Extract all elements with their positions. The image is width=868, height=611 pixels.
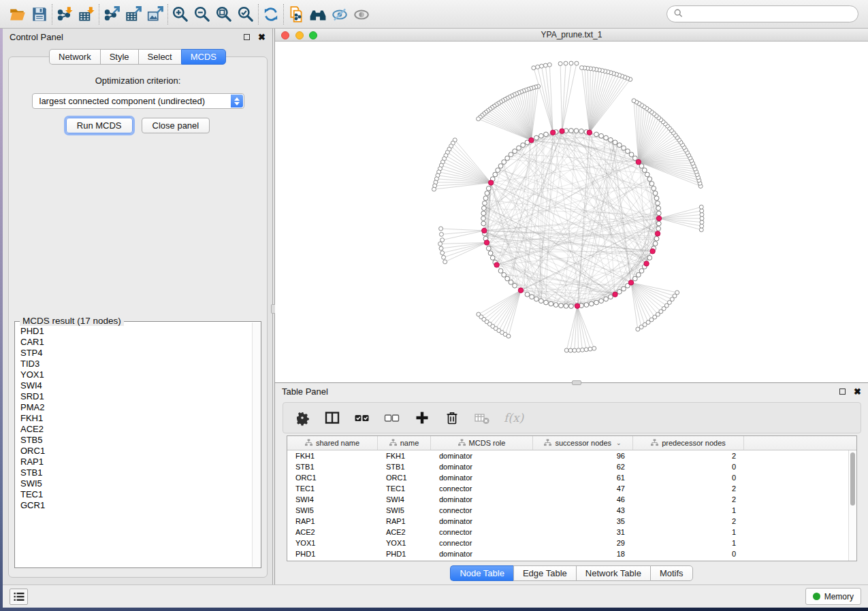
network-node[interactable] xyxy=(656,206,661,211)
column-header-shared-name[interactable]: shared name xyxy=(287,436,378,450)
zoom-fit-icon[interactable] xyxy=(213,3,235,25)
mcds-result-item[interactable]: RAP1 xyxy=(16,457,251,467)
table-row[interactable]: ORC1ORC1dominator610 xyxy=(287,472,856,483)
import-table-icon[interactable] xyxy=(76,3,97,25)
leaf-node[interactable] xyxy=(543,63,547,67)
mcds-node[interactable] xyxy=(550,130,555,135)
network-node[interactable] xyxy=(652,186,656,191)
network-node[interactable] xyxy=(608,295,613,299)
network-node[interactable] xyxy=(599,133,604,138)
mcds-result-item[interactable]: CAR1 xyxy=(16,337,251,348)
tab-style[interactable]: Style xyxy=(100,49,138,65)
tab-network-table[interactable]: Network Table xyxy=(576,565,650,581)
network-node[interactable] xyxy=(534,297,539,301)
open-file-icon[interactable] xyxy=(7,3,29,25)
add-column-icon[interactable] xyxy=(414,408,430,428)
network-node[interactable] xyxy=(505,276,510,281)
leaf-node[interactable] xyxy=(532,66,536,70)
network-node[interactable] xyxy=(647,255,652,260)
leaf-node[interactable] xyxy=(569,61,573,65)
leaf-node[interactable] xyxy=(580,348,584,352)
network-node[interactable] xyxy=(539,299,543,303)
network-node[interactable] xyxy=(584,303,589,308)
leaf-node[interactable] xyxy=(632,99,636,103)
table-settings-icon[interactable] xyxy=(294,408,310,428)
network-node[interactable] xyxy=(632,276,637,281)
table-row[interactable]: SWI5SWI5connector431 xyxy=(287,505,856,516)
mcds-result-item[interactable]: TID3 xyxy=(16,359,251,369)
leaf-node[interactable] xyxy=(675,291,679,295)
select-all-rows-icon[interactable] xyxy=(354,408,370,428)
network-node[interactable] xyxy=(613,140,617,145)
leaf-node[interactable] xyxy=(588,347,592,351)
leaf-node[interactable] xyxy=(564,348,568,352)
network-node[interactable] xyxy=(617,289,622,294)
duplicate-network-icon[interactable] xyxy=(285,3,307,25)
network-node[interactable] xyxy=(656,201,660,205)
leaf-node[interactable] xyxy=(577,348,581,352)
table-row[interactable]: TEC1TEC1connector472 xyxy=(287,483,856,494)
mcds-result-item[interactable]: PMA2 xyxy=(16,402,251,413)
tab-select[interactable]: Select xyxy=(138,49,181,65)
network-node[interactable] xyxy=(481,206,486,211)
export-table-icon[interactable] xyxy=(123,3,144,25)
optimization-select[interactable]: largest connected component (undirected) xyxy=(32,93,244,109)
leaf-node[interactable] xyxy=(440,238,445,242)
network-node[interactable] xyxy=(604,135,609,140)
mcds-node[interactable] xyxy=(482,228,487,233)
network-node[interactable] xyxy=(483,201,487,205)
network-node[interactable] xyxy=(509,152,513,157)
network-node[interactable] xyxy=(599,299,604,303)
network-node[interactable] xyxy=(485,191,489,196)
network-node[interactable] xyxy=(549,301,553,306)
run-mcds-button[interactable]: Run MCDS xyxy=(66,118,133,133)
mcds-result-item[interactable]: FKH1 xyxy=(16,413,251,424)
network-node[interactable] xyxy=(653,242,658,246)
leaf-node[interactable] xyxy=(536,65,540,69)
network-node[interactable] xyxy=(656,211,661,216)
memory-button[interactable]: Memory xyxy=(805,588,861,605)
network-node[interactable] xyxy=(539,133,543,138)
mcds-result-item[interactable]: SWI5 xyxy=(16,478,251,489)
network-node[interactable] xyxy=(636,273,641,278)
mcds-node[interactable] xyxy=(575,303,579,308)
network-node[interactable] xyxy=(502,160,507,165)
table-row[interactable]: PHD1PHD1dominator180 xyxy=(287,548,856,559)
leaf-node[interactable] xyxy=(439,227,443,231)
network-node[interactable] xyxy=(486,246,491,251)
mcds-node[interactable] xyxy=(560,129,564,133)
float-table-panel-icon[interactable] xyxy=(839,389,846,395)
mcds-result-list[interactable]: PHD1CAR1STP4TID3YOX1SWI4SRD1PMA2FKH1ACE2… xyxy=(16,323,251,566)
network-node[interactable] xyxy=(642,168,647,173)
network-node[interactable] xyxy=(486,186,491,191)
maximize-window-icon[interactable] xyxy=(309,31,317,39)
leaf-node[interactable] xyxy=(584,348,588,352)
leaf-node[interactable] xyxy=(564,61,568,65)
network-node[interactable] xyxy=(594,132,599,137)
table-row[interactable]: FKH1FKH1dominator962 xyxy=(287,450,856,461)
table-row[interactable]: STB1STB1dominator620 xyxy=(287,461,856,472)
horizontal-splitter-grip[interactable] xyxy=(572,380,581,385)
mcds-result-item[interactable]: STP4 xyxy=(16,348,251,359)
mcds-node[interactable] xyxy=(655,231,660,236)
network-node[interactable] xyxy=(559,303,564,308)
network-node[interactable] xyxy=(622,146,626,150)
network-node[interactable] xyxy=(553,303,558,308)
show-column-panel-icon[interactable] xyxy=(324,408,340,428)
leaf-node[interactable] xyxy=(477,117,481,121)
network-node[interactable] xyxy=(579,129,584,133)
network-node[interactable] xyxy=(498,164,503,169)
close-panel-icon[interactable]: ✖ xyxy=(258,33,266,42)
mcds-result-item[interactable]: STB5 xyxy=(16,435,251,446)
leaf-node[interactable] xyxy=(439,232,443,236)
zoom-out-icon[interactable] xyxy=(191,3,213,25)
network-node[interactable] xyxy=(530,295,534,299)
table-row[interactable]: RAP1RAP1dominator352 xyxy=(287,516,856,527)
network-node[interactable] xyxy=(481,211,486,216)
import-network-icon[interactable] xyxy=(54,3,76,25)
network-node[interactable] xyxy=(647,177,652,182)
export-network-icon[interactable] xyxy=(101,3,123,25)
zoom-selected-icon[interactable] xyxy=(235,3,257,25)
mcds-node[interactable] xyxy=(529,137,534,142)
network-node[interactable] xyxy=(544,300,549,305)
